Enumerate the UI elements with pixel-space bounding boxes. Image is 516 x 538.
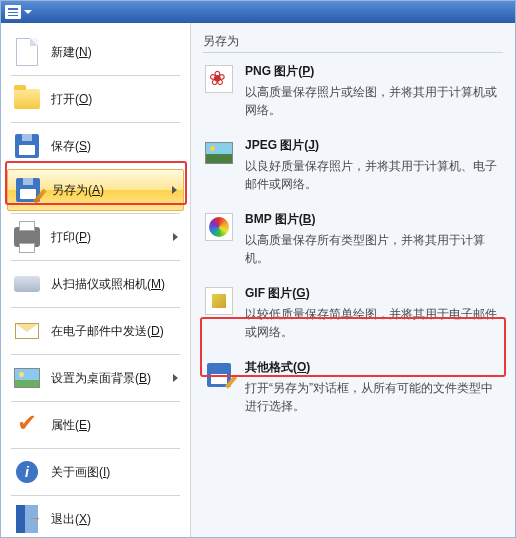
floppy-saveas-icon [14, 176, 42, 204]
menu-properties[interactable]: 属性(E) [7, 404, 184, 446]
format-png-desc: 以高质量保存照片或绘图，并将其用于计算机或网络。 [245, 83, 503, 119]
menu-save-label: 保存(S) [51, 138, 178, 155]
app-menu-panel: 新建(N) 打开(O) 保存(S) 另存为(A) 打印(P) [0, 0, 516, 538]
menu-wallpaper-label: 设置为桌面背景(B) [51, 370, 169, 387]
format-jpeg-desc: 以良好质量保存照片，并将其用于计算机、电子邮件或网络。 [245, 157, 503, 193]
bmp-icon [203, 211, 235, 243]
format-bmp[interactable]: BMP 图片(B) 以高质量保存所有类型图片，并将其用于计算机。 [203, 211, 503, 267]
submenu-title: 另存为 [203, 33, 503, 50]
mail-icon [13, 317, 41, 345]
format-gif-desc: 以较低质量保存简单绘图，并将其用于电子邮件或网络。 [245, 305, 503, 341]
folder-icon [13, 85, 41, 113]
format-bmp-title: BMP 图片(B) [245, 211, 503, 228]
jpeg-icon [203, 137, 235, 169]
separator [11, 122, 180, 123]
separator [203, 52, 503, 53]
format-other-desc: 打开“另存为”对话框，从所有可能的文件类型中进行选择。 [245, 379, 503, 415]
separator [11, 307, 180, 308]
submenu-arrow-icon [173, 233, 178, 241]
menu-save[interactable]: 保存(S) [7, 125, 184, 167]
check-icon [13, 411, 41, 439]
dropdown-arrow-icon [24, 10, 32, 14]
format-png[interactable]: PNG 图片(P) 以高质量保存照片或绘图，并将其用于计算机或网络。 [203, 63, 503, 119]
menu-open-label: 打开(O) [51, 91, 178, 108]
menu-print[interactable]: 打印(P) [7, 216, 184, 258]
menu-about-label: 关于画图(I) [51, 464, 178, 481]
new-doc-icon [13, 38, 41, 66]
format-other-title: 其他格式(O) [245, 359, 503, 376]
separator [11, 401, 180, 402]
gif-icon [203, 285, 235, 317]
menu-email-label: 在电子邮件中发送(D) [51, 323, 178, 340]
format-bmp-desc: 以高质量保存所有类型图片，并将其用于计算机。 [245, 231, 503, 267]
printer-icon [13, 223, 41, 251]
format-other[interactable]: 其他格式(O) 打开“另存为”对话框，从所有可能的文件类型中进行选择。 [203, 359, 503, 415]
png-icon [203, 63, 235, 95]
other-format-icon [203, 359, 235, 391]
picture-icon [13, 364, 41, 392]
exit-icon [13, 505, 41, 533]
menu-new[interactable]: 新建(N) [7, 31, 184, 73]
format-jpeg[interactable]: JPEG 图片(J) 以良好质量保存照片，并将其用于计算机、电子邮件或网络。 [203, 137, 503, 193]
submenu-arrow-icon [173, 374, 178, 382]
titlebar[interactable] [1, 1, 515, 23]
submenu-arrow-icon [172, 186, 177, 194]
separator [11, 354, 180, 355]
format-gif[interactable]: GIF 图片(G) 以较低质量保存简单绘图，并将其用于电子邮件或网络。 [203, 285, 503, 341]
scanner-icon [13, 270, 41, 298]
menu-save-as[interactable]: 另存为(A) [7, 169, 184, 211]
format-gif-title: GIF 图片(G) [245, 285, 503, 302]
menu-scanner-label: 从扫描仪或照相机(M) [51, 276, 178, 293]
separator [11, 448, 180, 449]
info-icon: i [13, 458, 41, 486]
separator [11, 260, 180, 261]
menu-exit[interactable]: 退出(X) [7, 498, 184, 537]
separator [11, 213, 180, 214]
format-jpeg-title: JPEG 图片(J) [245, 137, 503, 154]
menu-icon [5, 5, 21, 19]
separator [11, 75, 180, 76]
file-menu: 新建(N) 打开(O) 保存(S) 另存为(A) 打印(P) [1, 23, 191, 537]
menu-exit-label: 退出(X) [51, 511, 178, 528]
separator [11, 495, 180, 496]
menu-new-label: 新建(N) [51, 44, 178, 61]
menu-properties-label: 属性(E) [51, 417, 178, 434]
menu-save-as-label: 另存为(A) [52, 182, 168, 199]
save-as-submenu: 另存为 PNG 图片(P) 以高质量保存照片或绘图，并将其用于计算机或网络。 J… [191, 23, 515, 537]
menu-email[interactable]: 在电子邮件中发送(D) [7, 310, 184, 352]
menu-print-label: 打印(P) [51, 229, 169, 246]
menu-scanner[interactable]: 从扫描仪或照相机(M) [7, 263, 184, 305]
menu-wallpaper[interactable]: 设置为桌面背景(B) [7, 357, 184, 399]
format-png-title: PNG 图片(P) [245, 63, 503, 80]
menu-open[interactable]: 打开(O) [7, 78, 184, 120]
floppy-save-icon [13, 132, 41, 160]
menu-about[interactable]: i 关于画图(I) [7, 451, 184, 493]
